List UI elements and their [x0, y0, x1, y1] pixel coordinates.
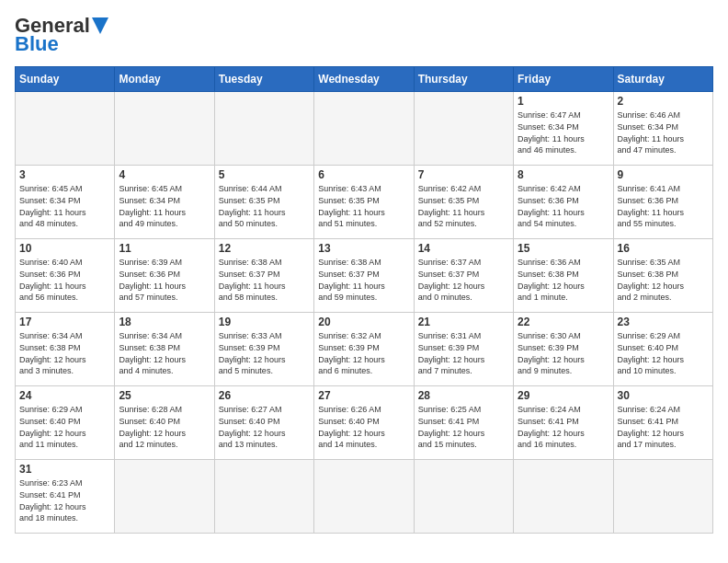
calendar-day-cell: 20Sunrise: 6:32 AM Sunset: 6:39 PM Dayli… — [314, 313, 414, 386]
calendar-day-cell: 2Sunrise: 6:46 AM Sunset: 6:34 PM Daylig… — [613, 92, 712, 166]
calendar-day-cell: 5Sunrise: 6:44 AM Sunset: 6:35 PM Daylig… — [214, 166, 313, 239]
calendar-table: SundayMondayTuesdayWednesdayThursdayFrid… — [15, 66, 713, 534]
day-info: Sunrise: 6:41 AM Sunset: 6:36 PM Dayligh… — [618, 183, 709, 229]
day-number: 8 — [518, 168, 609, 181]
day-number: 19 — [219, 316, 310, 328]
day-number: 7 — [418, 168, 509, 181]
calendar-day-cell: 26Sunrise: 6:27 AM Sunset: 6:40 PM Dayli… — [214, 386, 313, 460]
weekday-header: Tuesday — [214, 67, 313, 92]
logo-blue: Blue — [15, 33, 108, 55]
calendar-week-row: 3Sunrise: 6:45 AM Sunset: 6:34 PM Daylig… — [16, 166, 713, 239]
day-number: 20 — [318, 316, 409, 328]
calendar-day-cell: 18Sunrise: 6:34 AM Sunset: 6:38 PM Dayli… — [115, 313, 214, 386]
calendar-day-cell: 3Sunrise: 6:45 AM Sunset: 6:34 PM Daylig… — [16, 166, 115, 239]
day-info: Sunrise: 6:42 AM Sunset: 6:36 PM Dayligh… — [518, 183, 609, 229]
day-info: Sunrise: 6:27 AM Sunset: 6:40 PM Dayligh… — [219, 404, 310, 450]
day-number: 27 — [318, 389, 409, 402]
day-info: Sunrise: 6:39 AM Sunset: 6:36 PM Dayligh… — [119, 257, 210, 303]
calendar-day-cell: 15Sunrise: 6:36 AM Sunset: 6:38 PM Dayli… — [514, 239, 613, 313]
calendar-day-cell: 19Sunrise: 6:33 AM Sunset: 6:39 PM Dayli… — [214, 313, 313, 386]
calendar-day-cell — [414, 92, 513, 166]
logo: General Blue — [15, 15, 108, 55]
calendar-day-cell — [613, 460, 712, 534]
calendar-day-cell: 6Sunrise: 6:43 AM Sunset: 6:35 PM Daylig… — [314, 166, 414, 239]
day-info: Sunrise: 6:28 AM Sunset: 6:40 PM Dayligh… — [119, 404, 210, 450]
day-info: Sunrise: 6:23 AM Sunset: 6:41 PM Dayligh… — [19, 477, 110, 523]
day-number: 22 — [518, 316, 609, 328]
day-info: Sunrise: 6:42 AM Sunset: 6:35 PM Dayligh… — [418, 183, 509, 229]
calendar-day-cell — [414, 460, 513, 534]
day-number: 14 — [418, 242, 509, 255]
day-info: Sunrise: 6:34 AM Sunset: 6:38 PM Dayligh… — [119, 330, 210, 376]
day-info: Sunrise: 6:24 AM Sunset: 6:41 PM Dayligh… — [618, 404, 709, 450]
page-header: General Blue — [15, 15, 713, 55]
day-number: 18 — [119, 316, 210, 328]
day-info: Sunrise: 6:26 AM Sunset: 6:40 PM Dayligh… — [318, 404, 409, 450]
day-info: Sunrise: 6:29 AM Sunset: 6:40 PM Dayligh… — [618, 330, 709, 376]
day-number: 16 — [618, 242, 709, 255]
calendar-day-cell: 17Sunrise: 6:34 AM Sunset: 6:38 PM Dayli… — [16, 313, 115, 386]
svg-marker-0 — [92, 17, 108, 34]
calendar-day-cell: 27Sunrise: 6:26 AM Sunset: 6:40 PM Dayli… — [314, 386, 414, 460]
day-number: 30 — [618, 389, 709, 402]
logo-container: General Blue — [15, 15, 108, 55]
day-info: Sunrise: 6:32 AM Sunset: 6:39 PM Dayligh… — [318, 330, 409, 376]
calendar-day-cell: 11Sunrise: 6:39 AM Sunset: 6:36 PM Dayli… — [115, 239, 214, 313]
day-number: 2 — [618, 95, 709, 108]
calendar-day-cell: 21Sunrise: 6:31 AM Sunset: 6:39 PM Dayli… — [414, 313, 513, 386]
day-info: Sunrise: 6:46 AM Sunset: 6:34 PM Dayligh… — [618, 109, 709, 155]
day-number: 21 — [418, 316, 509, 328]
calendar-day-cell: 12Sunrise: 6:38 AM Sunset: 6:37 PM Dayli… — [214, 239, 313, 313]
calendar-week-row: 1Sunrise: 6:47 AM Sunset: 6:34 PM Daylig… — [16, 92, 713, 166]
day-info: Sunrise: 6:36 AM Sunset: 6:38 PM Dayligh… — [518, 257, 609, 303]
day-info: Sunrise: 6:25 AM Sunset: 6:41 PM Dayligh… — [418, 404, 509, 450]
day-info: Sunrise: 6:33 AM Sunset: 6:39 PM Dayligh… — [219, 330, 310, 376]
calendar-week-row: 10Sunrise: 6:40 AM Sunset: 6:36 PM Dayli… — [16, 239, 713, 313]
day-number: 15 — [518, 242, 609, 255]
day-info: Sunrise: 6:31 AM Sunset: 6:39 PM Dayligh… — [418, 330, 509, 376]
calendar-day-cell: 13Sunrise: 6:38 AM Sunset: 6:37 PM Dayli… — [314, 239, 414, 313]
logo-triangle-icon — [92, 17, 108, 34]
calendar-day-cell — [115, 92, 214, 166]
day-number: 31 — [19, 463, 110, 476]
calendar-week-row: 31Sunrise: 6:23 AM Sunset: 6:41 PM Dayli… — [16, 460, 713, 534]
weekday-header: Sunday — [16, 67, 115, 92]
weekday-header: Wednesday — [314, 67, 414, 92]
day-info: Sunrise: 6:45 AM Sunset: 6:34 PM Dayligh… — [119, 183, 210, 229]
day-info: Sunrise: 6:38 AM Sunset: 6:37 PM Dayligh… — [318, 257, 409, 303]
calendar-day-cell — [514, 460, 613, 534]
calendar-day-cell: 30Sunrise: 6:24 AM Sunset: 6:41 PM Dayli… — [613, 386, 712, 460]
calendar-day-cell: 16Sunrise: 6:35 AM Sunset: 6:38 PM Dayli… — [613, 239, 712, 313]
weekday-header: Saturday — [613, 67, 712, 92]
calendar-day-cell: 9Sunrise: 6:41 AM Sunset: 6:36 PM Daylig… — [613, 166, 712, 239]
calendar-header-row: SundayMondayTuesdayWednesdayThursdayFrid… — [16, 67, 713, 92]
day-number: 29 — [518, 389, 609, 402]
calendar-day-cell: 4Sunrise: 6:45 AM Sunset: 6:34 PM Daylig… — [115, 166, 214, 239]
day-number: 9 — [618, 168, 709, 181]
calendar-day-cell — [314, 92, 414, 166]
calendar-day-cell: 28Sunrise: 6:25 AM Sunset: 6:41 PM Dayli… — [414, 386, 513, 460]
day-number: 23 — [618, 316, 709, 328]
day-info: Sunrise: 6:38 AM Sunset: 6:37 PM Dayligh… — [219, 257, 310, 303]
day-info: Sunrise: 6:30 AM Sunset: 6:39 PM Dayligh… — [518, 330, 609, 376]
day-info: Sunrise: 6:44 AM Sunset: 6:35 PM Dayligh… — [219, 183, 310, 229]
day-number: 3 — [19, 168, 110, 181]
calendar-day-cell: 29Sunrise: 6:24 AM Sunset: 6:41 PM Dayli… — [514, 386, 613, 460]
calendar-day-cell — [115, 460, 214, 534]
calendar-week-row: 24Sunrise: 6:29 AM Sunset: 6:40 PM Dayli… — [16, 386, 713, 460]
day-info: Sunrise: 6:24 AM Sunset: 6:41 PM Dayligh… — [518, 404, 609, 450]
day-number: 17 — [19, 316, 110, 328]
day-number: 24 — [19, 389, 110, 402]
calendar-day-cell — [16, 92, 115, 166]
calendar-day-cell: 31Sunrise: 6:23 AM Sunset: 6:41 PM Dayli… — [16, 460, 115, 534]
calendar-day-cell — [314, 460, 414, 534]
day-info: Sunrise: 6:29 AM Sunset: 6:40 PM Dayligh… — [19, 404, 110, 450]
day-info: Sunrise: 6:35 AM Sunset: 6:38 PM Dayligh… — [618, 257, 709, 303]
calendar-day-cell: 22Sunrise: 6:30 AM Sunset: 6:39 PM Dayli… — [514, 313, 613, 386]
calendar-day-cell: 7Sunrise: 6:42 AM Sunset: 6:35 PM Daylig… — [414, 166, 513, 239]
day-info: Sunrise: 6:45 AM Sunset: 6:34 PM Dayligh… — [19, 183, 110, 229]
day-number: 25 — [119, 389, 210, 402]
day-number: 13 — [318, 242, 409, 255]
day-number: 1 — [518, 95, 609, 108]
calendar-day-cell: 23Sunrise: 6:29 AM Sunset: 6:40 PM Dayli… — [613, 313, 712, 386]
